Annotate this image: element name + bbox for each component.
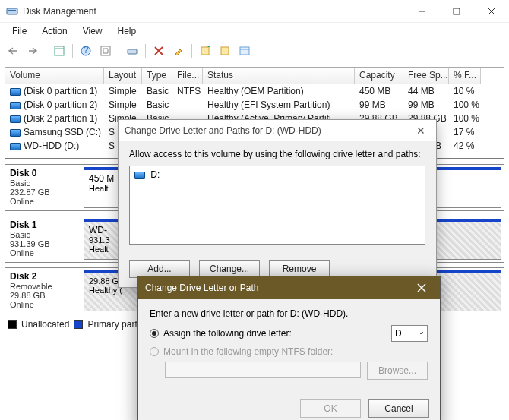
- menu-view[interactable]: View: [75, 24, 110, 38]
- app-icon: [6, 5, 18, 17]
- dialog1-path-list[interactable]: D:: [129, 166, 425, 245]
- rescan-button[interactable]: [124, 43, 141, 59]
- window-title: Disk Management: [23, 6, 404, 17]
- disk-name: Disk 1: [10, 219, 76, 230]
- svg-text:?: ?: [84, 46, 89, 55]
- maximize-button[interactable]: [439, 0, 474, 23]
- back-button[interactable]: [5, 43, 21, 59]
- volume-icon: [10, 143, 21, 150]
- disk-name: Disk 2: [10, 271, 76, 282]
- dialog1-instruction: Allow access to this volume by using the…: [129, 149, 425, 159]
- disk-name: Disk 0: [10, 168, 76, 178]
- show-hide-button[interactable]: [51, 43, 68, 59]
- cell-volume: Samsung SSD (C:): [24, 127, 101, 137]
- cell-pfree: 17 %: [449, 126, 481, 138]
- properties-icon[interactable]: [170, 43, 187, 59]
- drive-letter-select[interactable]: D: [391, 325, 428, 342]
- cell-free: 99 MB: [403, 99, 449, 111]
- col-type[interactable]: Type: [142, 68, 172, 84]
- svg-rect-3: [454, 8, 460, 14]
- svg-rect-11: [128, 49, 137, 54]
- browse-button: Browse...: [367, 362, 428, 380]
- table-header: Volume Layout Type File... Status Capaci…: [5, 68, 504, 84]
- cell-capacity: 99 MB: [355, 99, 403, 111]
- disk-info: Disk 2Removable29.88 GBOnline: [5, 268, 81, 314]
- col-filesystem[interactable]: File...: [172, 68, 203, 84]
- menu-bar: File Action View Help: [0, 23, 509, 39]
- cell-layout: Simple: [104, 85, 142, 97]
- close-button[interactable]: [474, 0, 509, 23]
- minimize-button[interactable]: [404, 0, 439, 23]
- cell-fs: NTFS: [172, 85, 203, 97]
- dialog2-titlebar[interactable]: Change Drive Letter or Path: [138, 276, 440, 299]
- cancel-button[interactable]: Cancel: [368, 399, 429, 418]
- disk-state: Online: [10, 248, 76, 257]
- forward-button[interactable]: [24, 43, 41, 59]
- menu-action[interactable]: Action: [34, 24, 74, 38]
- cell-fs: [172, 104, 203, 106]
- dialog-change-paths: Change Drive Letter and Paths for D: (WD…: [118, 119, 437, 288]
- volume-icon: [10, 115, 21, 123]
- disk-info: Disk 1Basic931.39 GBOnline: [5, 216, 81, 262]
- chevron-down-icon: [418, 331, 424, 336]
- cell-volume: (Disk 0 partition 1): [24, 86, 97, 96]
- svg-rect-6: [55, 46, 64, 55]
- disk-size: 29.88 GB: [10, 291, 76, 300]
- svg-rect-1: [8, 10, 16, 11]
- dialog2-close-icon[interactable]: [411, 279, 432, 296]
- col-volume[interactable]: Volume: [5, 68, 104, 84]
- volume-icon: [10, 88, 21, 96]
- ok-button: OK: [300, 399, 361, 418]
- cell-layout: Simple: [104, 99, 142, 111]
- dialog2-prompt: Enter a new drive letter or path for D: …: [150, 308, 428, 319]
- dialog1-titlebar[interactable]: Change Drive Letter and Paths for D: (WD…: [119, 120, 436, 141]
- disk-info: Disk 0Basic232.87 GBOnline: [5, 165, 81, 210]
- col-pfree[interactable]: % F...: [449, 68, 481, 84]
- help-button[interactable]: ?: [77, 43, 94, 59]
- disk-size: 232.87 GB: [10, 188, 76, 197]
- drive-icon: [134, 172, 145, 179]
- disk-state: Online: [10, 300, 76, 309]
- col-layout[interactable]: Layout: [104, 68, 142, 84]
- dialog1-close-icon[interactable]: ✕: [412, 123, 430, 138]
- label-mount: Mount in the following empty NTFS folder…: [163, 346, 333, 357]
- disk-state: Online: [10, 197, 76, 206]
- radio-assign-letter[interactable]: Assign the following drive letter: D: [150, 325, 428, 342]
- table-row[interactable]: (Disk 0 partition 1)SimpleBasicNTFSHealt…: [5, 84, 504, 98]
- disk-type: Basic: [10, 230, 76, 239]
- cell-type: Basic: [142, 85, 172, 97]
- cell-pfree: 100 %: [449, 99, 481, 111]
- menu-help[interactable]: Help: [110, 24, 144, 38]
- legend-unalloc: Unallocated: [21, 319, 69, 330]
- window-titlebar: Disk Management: [0, 0, 509, 23]
- new-button[interactable]: +: [197, 43, 213, 59]
- mount-path-input: [165, 362, 361, 378]
- col-free[interactable]: Free Sp...: [403, 68, 449, 84]
- delete-icon[interactable]: [150, 43, 167, 59]
- cell-volume: (Disk 0 partition 2): [24, 99, 97, 110]
- settings-button[interactable]: [217, 43, 233, 59]
- cell-pfree: 42 %: [449, 140, 481, 152]
- list-button[interactable]: [236, 43, 253, 59]
- menu-file[interactable]: File: [5, 24, 34, 38]
- cell-type: Basic: [142, 99, 172, 111]
- disk-type: Removable: [10, 282, 76, 291]
- disk-type: Basic: [10, 178, 76, 188]
- radio-mount-folder[interactable]: Mount in the following empty NTFS folder…: [150, 346, 428, 357]
- cell-status: Healthy (OEM Partition): [203, 85, 355, 97]
- radio-dot-unselected: [150, 347, 159, 356]
- toolbar: ? +: [0, 39, 509, 62]
- svg-rect-17: [240, 47, 249, 55]
- svg-rect-10: [101, 46, 110, 55]
- col-capacity[interactable]: Capacity: [355, 68, 403, 84]
- dialog-change-letter: Change Drive Letter or Path Enter a new …: [137, 276, 441, 420]
- volume-icon: [10, 102, 21, 109]
- svg-rect-16: [221, 47, 229, 55]
- col-status[interactable]: Status: [203, 68, 355, 84]
- refresh-button[interactable]: [97, 43, 114, 59]
- svg-text:+: +: [207, 46, 210, 52]
- dialog1-entry: D:: [150, 169, 160, 180]
- legend-primary: Primary partit: [87, 319, 141, 330]
- cell-pfree: 100 %: [449, 112, 481, 125]
- table-row[interactable]: (Disk 0 partition 2)SimpleBasicHealthy (…: [5, 98, 504, 112]
